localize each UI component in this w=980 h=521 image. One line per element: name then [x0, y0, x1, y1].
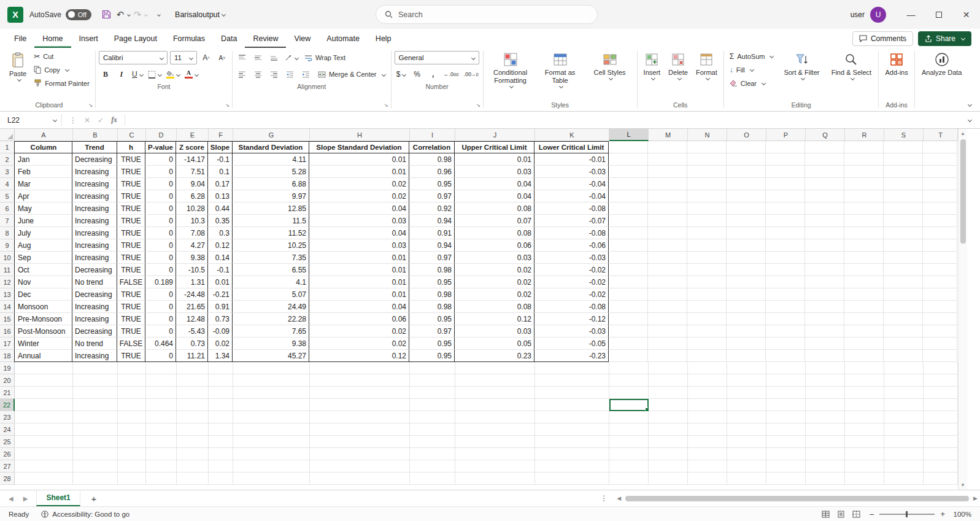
cell[interactable]: 0.12: [309, 350, 409, 362]
cell[interactable]: TRUE: [117, 203, 145, 215]
cell[interactable]: 0: [145, 313, 176, 325]
cell[interactable]: [923, 350, 957, 362]
cell[interactable]: [766, 141, 805, 153]
autosum-button[interactable]: ΣAutoSum: [727, 50, 776, 63]
cell[interactable]: 0.95: [409, 178, 455, 190]
cell[interactable]: [609, 190, 648, 203]
cell[interactable]: 4.27: [176, 239, 208, 252]
cell[interactable]: [688, 387, 727, 399]
undo-button[interactable]: ↶: [116, 7, 131, 23]
ribbon-tab-home[interactable]: Home: [34, 29, 71, 48]
row-header[interactable]: 18: [0, 350, 15, 362]
cell[interactable]: Decreasing: [72, 288, 117, 301]
cell[interactable]: 0.01: [455, 153, 534, 166]
cell[interactable]: [535, 374, 609, 387]
cell[interactable]: Z score: [176, 141, 208, 153]
cell[interactable]: Pre-Monsoon: [14, 313, 72, 325]
cell[interactable]: [924, 362, 958, 374]
cell[interactable]: Increasing: [72, 313, 117, 325]
borders-button[interactable]: [147, 68, 163, 81]
percent-style-button[interactable]: %: [411, 68, 424, 81]
cell[interactable]: [884, 374, 924, 387]
cell[interactable]: TRUE: [117, 301, 145, 313]
cell[interactable]: Apr: [14, 190, 72, 203]
cell[interactable]: -0.12: [534, 313, 609, 325]
cell[interactable]: [455, 423, 535, 436]
row-header[interactable]: 21: [0, 387, 15, 399]
row-header[interactable]: 26: [0, 448, 15, 460]
cell[interactable]: 0.97: [409, 325, 455, 338]
cell[interactable]: [924, 423, 958, 436]
cell[interactable]: [233, 436, 310, 448]
cell[interactable]: [15, 362, 73, 374]
cell[interactable]: -24.48: [176, 288, 208, 301]
column-header[interactable]: R: [845, 129, 884, 141]
cell[interactable]: [727, 166, 766, 178]
drag-handle-icon[interactable]: ⋮: [69, 116, 77, 125]
cell[interactable]: [609, 338, 648, 350]
cell[interactable]: [209, 423, 233, 436]
cell[interactable]: [146, 448, 177, 460]
cell[interactable]: [687, 215, 727, 227]
cell[interactable]: [884, 387, 924, 399]
cell[interactable]: [687, 338, 727, 350]
cell[interactable]: [649, 436, 688, 448]
italic-button[interactable]: I: [115, 68, 128, 81]
cell[interactable]: [923, 313, 957, 325]
cell[interactable]: [118, 460, 146, 473]
cell[interactable]: Winter: [14, 338, 72, 350]
cell[interactable]: -0.23: [534, 350, 609, 362]
cell[interactable]: [727, 374, 766, 387]
row-header[interactable]: 27: [0, 460, 15, 473]
cell[interactable]: [73, 362, 118, 374]
cell[interactable]: [766, 288, 805, 301]
cell[interactable]: 0.1: [208, 166, 233, 178]
cell[interactable]: [884, 190, 923, 203]
ribbon-tab-insert[interactable]: Insert: [71, 29, 106, 48]
cell[interactable]: [177, 399, 209, 411]
cell[interactable]: [924, 387, 958, 399]
cell[interactable]: 0.04: [309, 203, 409, 215]
row-header[interactable]: 7: [0, 215, 15, 227]
cell[interactable]: [609, 313, 648, 325]
cell[interactable]: [884, 362, 924, 374]
cell[interactable]: [727, 436, 766, 448]
column-header[interactable]: P: [766, 129, 806, 141]
cell[interactable]: Feb: [14, 166, 72, 178]
align-center-button[interactable]: [252, 68, 265, 81]
cell[interactable]: 21.65: [176, 301, 208, 313]
cell[interactable]: [806, 423, 845, 436]
cell[interactable]: 4.1: [233, 276, 309, 288]
cell[interactable]: 0.03: [455, 252, 534, 264]
cell[interactable]: -0.04: [534, 178, 609, 190]
cell[interactable]: [649, 362, 688, 374]
cell[interactable]: [923, 227, 957, 239]
cell[interactable]: [923, 301, 957, 313]
minimize-button[interactable]: —: [897, 0, 925, 29]
cell[interactable]: [884, 276, 923, 288]
cell[interactable]: h: [117, 141, 145, 153]
cell[interactable]: Slope Standard Deviation: [309, 141, 409, 153]
cell[interactable]: [923, 276, 957, 288]
cell[interactable]: Increasing: [72, 203, 117, 215]
cell[interactable]: May: [14, 203, 72, 215]
cell[interactable]: [766, 473, 806, 485]
orientation-button[interactable]: [284, 51, 299, 64]
cell[interactable]: [648, 313, 687, 325]
cell[interactable]: 0: [145, 301, 176, 313]
cell[interactable]: 45.27: [233, 350, 309, 362]
cell[interactable]: [455, 387, 535, 399]
column-header[interactable]: B: [73, 129, 118, 141]
cell[interactable]: [923, 215, 957, 227]
increase-decimal-button[interactable]: ←.000: [442, 68, 460, 81]
cell[interactable]: -0.01: [534, 153, 609, 166]
cell[interactable]: [688, 448, 727, 460]
cell[interactable]: 9.04: [176, 178, 208, 190]
row-header[interactable]: 9: [0, 239, 15, 252]
cell[interactable]: [884, 288, 923, 301]
cell[interactable]: [844, 325, 884, 338]
cell[interactable]: [455, 436, 535, 448]
row-header[interactable]: 3: [0, 166, 15, 178]
cell[interactable]: 10.25: [233, 239, 309, 252]
cell[interactable]: [924, 399, 958, 411]
